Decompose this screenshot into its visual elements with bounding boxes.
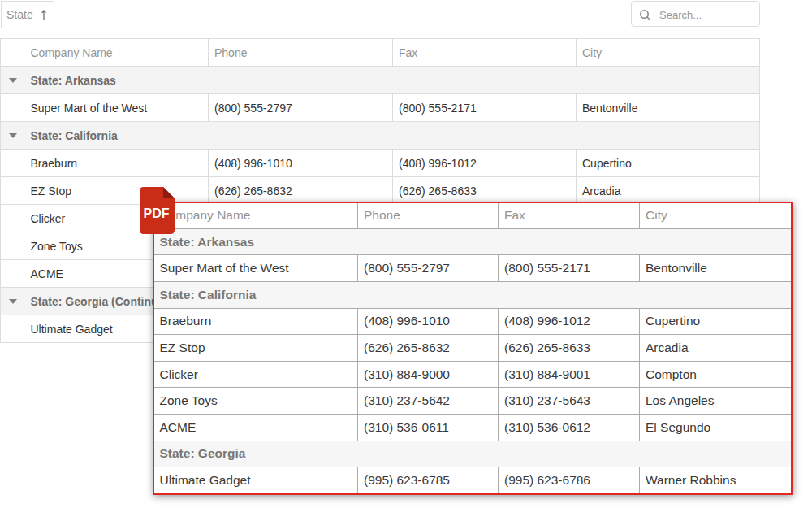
svg-text:PDF: PDF [144, 206, 170, 220]
